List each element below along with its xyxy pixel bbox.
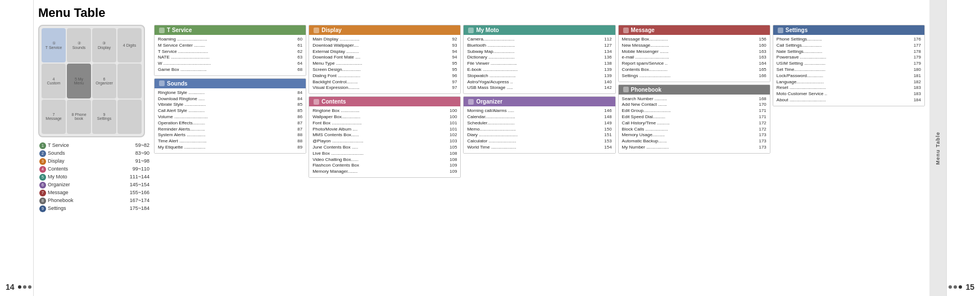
page-container: 14 Menu Table ①T Service ②Sounds ③Displa… xyxy=(0,0,980,296)
main-content: Menu Table ①T Service ②Sounds ③Display 4… xyxy=(34,0,929,296)
list-item: NATE ...............................63 xyxy=(158,55,302,61)
phonebook-header: Phonebook xyxy=(619,85,770,95)
col-2: Display Main Display ................92 … xyxy=(308,25,461,293)
settings-body: Phone Settings............176 Call Setti… xyxy=(773,35,924,106)
badge-2: 2 xyxy=(39,150,46,157)
phone-cell-1: ①T Service xyxy=(42,28,66,62)
col-5: Settings Phone Settings............176 C… xyxy=(773,25,925,293)
badge-7: 7 xyxy=(39,190,46,196)
list-item: Subway Map.................134 xyxy=(467,49,611,55)
contents-header: Contents xyxy=(309,97,460,106)
contents-body: Ringtone Box ...............100 Wallpape… xyxy=(309,106,460,177)
list-item: Diary ...............................151 xyxy=(467,132,611,138)
sounds-icon xyxy=(159,80,165,86)
my-moto-header: My Moto xyxy=(464,25,615,35)
list-item: System Alerts ...............88 xyxy=(158,132,302,138)
left-page-dots xyxy=(18,285,31,289)
badge-3: 3 xyxy=(39,158,46,165)
sidebar-tab-label: Menu Table xyxy=(933,127,943,169)
badge-6: 6 xyxy=(39,182,46,189)
list-item: June Contents Box .....105 xyxy=(312,145,457,151)
list-item: Game Box .....................68 xyxy=(158,67,302,73)
my-moto-title: My Moto xyxy=(476,27,499,33)
organizer-icon xyxy=(468,99,474,105)
phone-row-2: 4Custom 5 MyMenu 6Organizer xyxy=(42,64,142,98)
list-item: Roaming ........................60 xyxy=(158,37,302,43)
list-item: External Display ..........94 xyxy=(312,49,457,55)
list-item: Edit Speed Dial..........171 xyxy=(622,114,766,120)
list-item: M Service Center .........61 xyxy=(158,43,302,49)
list-item: New Message...............160 xyxy=(622,43,766,49)
list-item: Language......................182 xyxy=(777,79,921,86)
display-header: Display xyxy=(309,25,460,35)
section-display: Display Main Display ................92 … xyxy=(308,25,461,94)
list-item: Menu Type .....................95 xyxy=(312,61,457,67)
list-item: Edit Group......................171 xyxy=(622,108,766,114)
index-item-9: 9Settings 175~184 xyxy=(38,205,151,213)
phone-cell-6: 5 MyMenu xyxy=(67,64,91,98)
phone-row-1: ①T Service ②Sounds ③Display 4 Digits xyxy=(42,28,142,62)
list-item: My Number ..................173 xyxy=(622,145,766,151)
phone-cell-2: ②Sounds xyxy=(67,28,91,62)
section-phonebook: Phonebook Search Number ..........168 Ad… xyxy=(618,84,770,154)
phone-cell-3: ③Display xyxy=(92,28,116,62)
list-item: Wallpaper Box...............100 xyxy=(312,114,457,120)
list-item: Vibrate Style .................85 xyxy=(158,102,302,108)
list-item: My Etiquette .................89 xyxy=(158,145,302,151)
list-item: Volume ...........................86 xyxy=(158,114,302,120)
badge-5: 5 xyxy=(39,174,46,181)
list-item: Reset .............................183 xyxy=(777,85,921,91)
organizer-title: Organizer xyxy=(476,98,502,105)
message-title: Message xyxy=(631,27,655,33)
sounds-body: Ringtone Style .............84 Download … xyxy=(155,88,306,153)
list-item: Block Calls ..................172 xyxy=(622,127,766,133)
list-item: Call History/Time ..........172 xyxy=(622,120,766,127)
list-item: Photo/Movie Album ....101 xyxy=(312,127,457,133)
right-sidebar: Menu Table xyxy=(929,0,946,296)
t-service-header: T Service xyxy=(155,25,306,35)
list-item: Memory Usage..........173 xyxy=(622,132,766,138)
col-4: Message Message Box...............156 Ne… xyxy=(618,25,770,293)
contents-icon xyxy=(314,99,319,105)
section-t-service: T Service Roaming ......................… xyxy=(154,25,306,76)
settings-icon xyxy=(778,28,783,33)
list-item: World Time ....................154 xyxy=(467,145,611,151)
phone-image: ①T Service ②Sounds ③Display 4 Digits 4Cu… xyxy=(38,25,145,137)
phonebook-title: Phonebook xyxy=(631,87,661,93)
index-item-7: 7Message 155~166 xyxy=(38,189,151,197)
my-moto-body: Camera.........................112 Bluet… xyxy=(464,35,615,93)
list-item: Nate Settings...............178 xyxy=(777,49,921,55)
section-message: Message Message Box...............156 Ne… xyxy=(618,25,770,82)
dot-r1 xyxy=(949,285,952,289)
phone-cell-8 xyxy=(117,64,142,98)
list-item: e-mail ...........................163 xyxy=(622,55,766,61)
list-item: File Viewer .....................138 xyxy=(467,61,611,67)
message-icon xyxy=(623,28,629,33)
contents-title: Contents xyxy=(321,98,346,105)
phone-panel: ①T Service ②Sounds ③Display 4 Digits 4Cu… xyxy=(38,25,151,293)
phonebook-body: Search Number ..........168 Add New Cont… xyxy=(619,95,770,153)
list-item: Visual Expression.........97 xyxy=(312,85,457,91)
phone-row-3: 7Message 8 Phonebook 9Settings xyxy=(42,100,142,134)
phone-cell-7: 6Organizer xyxy=(92,64,116,98)
menu-index: 1T Service 59~82 2Sounds 83~90 3Display … xyxy=(38,142,151,213)
list-item: @Playon .........................103 xyxy=(312,138,457,145)
index-item-5: 5My Moto 111~144 xyxy=(38,173,151,181)
right-page-dots xyxy=(949,285,962,289)
badge-9: 9 xyxy=(39,205,46,212)
t-service-icon xyxy=(159,28,165,33)
list-item: Contents Box...............165 xyxy=(622,67,766,73)
list-item: Morning call/Alarms .....146 xyxy=(467,108,611,114)
dot-2 xyxy=(23,285,26,289)
phone-cell-5: 4Custom xyxy=(42,64,66,98)
badge-4: 4 xyxy=(39,166,46,173)
list-item: Phone Settings............176 xyxy=(777,37,921,43)
list-item: Lock/Password.............181 xyxy=(777,73,921,79)
settings-header: Settings xyxy=(773,25,924,35)
list-item: Ringtone Style .............84 xyxy=(158,90,302,96)
list-item: Dictionary .....................136 xyxy=(467,55,611,61)
list-item: W ......................................… xyxy=(158,61,302,67)
sounds-title: Sounds xyxy=(167,80,188,87)
list-item: Report spam/Service ..164 xyxy=(622,61,766,67)
index-item-3: 3Display 91~98 xyxy=(38,158,151,165)
